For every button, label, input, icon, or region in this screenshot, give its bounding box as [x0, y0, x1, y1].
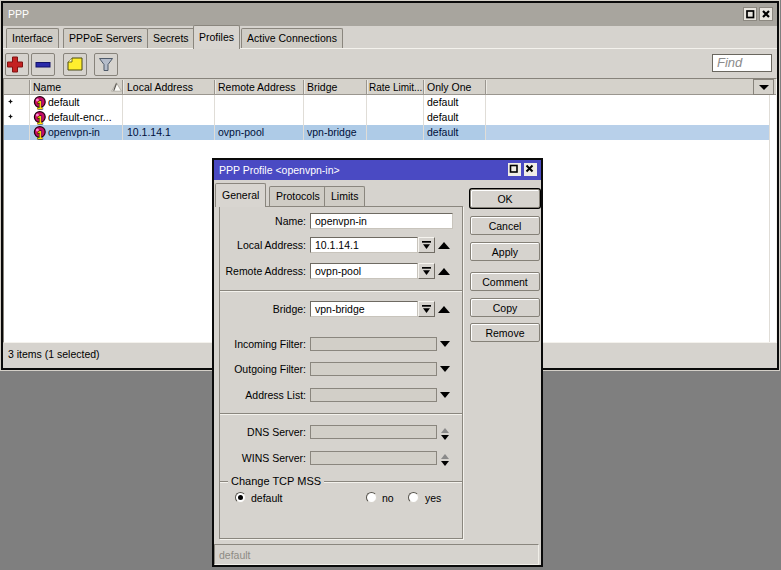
svg-text:1: 1 — [37, 115, 43, 125]
svg-text:1: 1 — [37, 130, 43, 140]
svg-text:1: 1 — [37, 100, 43, 110]
